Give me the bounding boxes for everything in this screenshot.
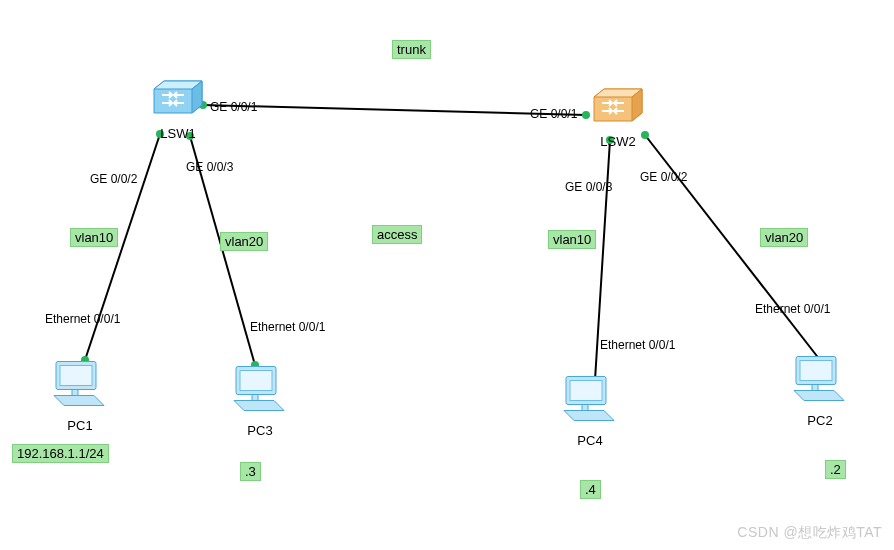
lsw1-port-g001: GE 0/0/1 — [210, 100, 257, 114]
lsw1-port-g003: GE 0/0/3 — [186, 160, 233, 174]
pc4-port: Ethernet 0/0/1 — [600, 338, 675, 352]
pc2-port: Ethernet 0/0/1 — [755, 302, 830, 316]
svg-marker-31 — [564, 411, 614, 421]
pc2-label: PC2 — [790, 413, 850, 428]
svg-rect-34 — [800, 361, 832, 381]
lsw2-port-g001: GE 0/0/1 — [530, 107, 577, 121]
pc1[interactable]: PC1 — [50, 358, 110, 433]
tag-vlan10-right: vlan10 — [548, 230, 596, 249]
pc2-addr: .2 — [825, 460, 846, 479]
watermark: CSDN @想吃炸鸡TAT — [737, 524, 882, 542]
switch-lsw1[interactable]: LSW1 — [152, 79, 204, 141]
switch-icon — [152, 79, 204, 121]
pc4-label: PC4 — [560, 433, 620, 448]
tag-trunk: trunk — [392, 40, 431, 59]
svg-marker-27 — [234, 401, 284, 411]
link-layer — [0, 0, 894, 550]
svg-rect-32 — [582, 405, 588, 411]
pc-icon — [230, 363, 290, 418]
svg-line-0 — [203, 105, 586, 115]
pc-icon — [50, 358, 110, 413]
tag-vlan20-right: vlan20 — [760, 228, 808, 247]
svg-point-2 — [582, 111, 590, 119]
lsw1-port-g002: GE 0/0/2 — [90, 172, 137, 186]
svg-rect-26 — [240, 371, 272, 391]
pc3[interactable]: PC3 — [230, 363, 290, 438]
svg-rect-30 — [570, 381, 602, 401]
svg-rect-36 — [812, 385, 818, 391]
pc3-port: Ethernet 0/0/1 — [250, 320, 325, 334]
tag-vlan20-left: vlan20 — [220, 232, 268, 251]
switch-icon — [592, 87, 644, 129]
svg-marker-23 — [54, 396, 104, 406]
switch-lsw2[interactable]: LSW2 — [592, 87, 644, 149]
pc1-port: Ethernet 0/0/1 — [45, 312, 120, 326]
svg-line-12 — [645, 135, 820, 360]
svg-rect-22 — [60, 366, 92, 386]
lsw2-port-g002: GE 0/0/2 — [640, 170, 687, 184]
pc1-label: PC1 — [50, 418, 110, 433]
svg-marker-35 — [794, 391, 844, 401]
tag-access: access — [372, 225, 422, 244]
pc3-label: PC3 — [230, 423, 290, 438]
pc4[interactable]: PC4 — [560, 373, 620, 448]
topology-canvas: { "chart_data": { "type": "network-topol… — [0, 0, 894, 550]
svg-line-3 — [85, 134, 160, 360]
pc2[interactable]: PC2 — [790, 353, 850, 428]
switch-lsw2-label: LSW2 — [592, 134, 644, 149]
svg-rect-28 — [252, 395, 258, 401]
pc3-addr: .3 — [240, 462, 261, 481]
pc-icon — [790, 353, 850, 408]
svg-rect-24 — [72, 390, 78, 396]
switch-lsw1-label: LSW1 — [152, 126, 204, 141]
pc-icon — [560, 373, 620, 428]
pc1-addr: 192.168.1.1/24 — [12, 444, 109, 463]
pc4-addr: .4 — [580, 480, 601, 499]
lsw2-port-g003: GE 0/0/3 — [565, 180, 612, 194]
tag-vlan10-left: vlan10 — [70, 228, 118, 247]
